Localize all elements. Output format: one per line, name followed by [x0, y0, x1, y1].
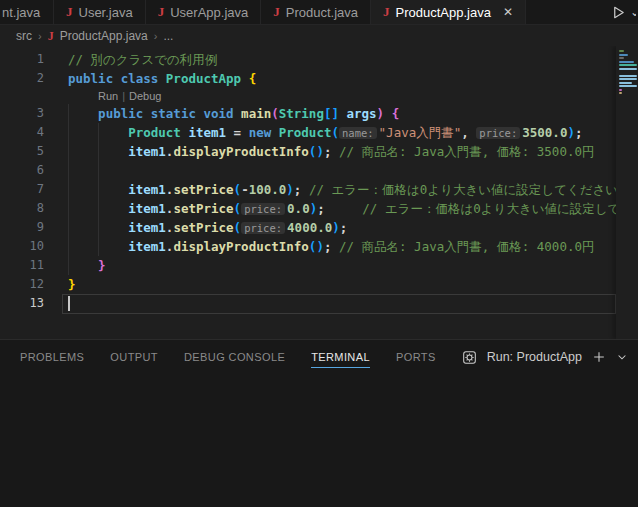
line-number: 7 — [0, 180, 44, 199]
code-token: "Java入門書" — [379, 125, 462, 140]
chevron-down-icon[interactable]: ⌄ — [630, 5, 636, 19]
codelens: Run|Debug — [98, 88, 161, 104]
code-token: 3500.0 — [522, 125, 567, 140]
code-token: // エラー：価格は0より大きい値に設定してください。 — [309, 182, 631, 197]
code-line-8: 8 item1.setPrice(price:0.0); // エラー：価格は0… — [0, 199, 638, 218]
code-editor[interactable]: 1// 別のクラスでの利用例2public class ProductApp {… — [0, 46, 638, 339]
code-token: () — [309, 144, 324, 159]
panel-tab-output[interactable]: OUTPUT — [110, 340, 158, 374]
minimap-line — [619, 57, 624, 59]
code-token — [68, 182, 128, 197]
code-token: price: — [241, 222, 285, 234]
breadcrumb-item-file[interactable]: ProductApp.java — [60, 29, 148, 43]
code-token: // 商品名: Java入門書, 価格: 4000.0円 — [339, 239, 595, 254]
active-terminal-label[interactable]: Run: ProductApp — [487, 350, 582, 364]
code-line-11: 11 } — [0, 256, 638, 275]
minimap[interactable] — [616, 46, 638, 339]
code-token: item1 — [128, 239, 166, 254]
code-token — [68, 239, 128, 254]
code-token: ( — [234, 182, 242, 197]
line-number: 8 — [0, 199, 44, 218]
line-number: 9 — [0, 218, 44, 237]
code-token: { — [392, 106, 400, 121]
tab-userapp-java[interactable]: J UserApp.java — [146, 0, 262, 24]
line-number: 4 — [0, 123, 44, 142]
code-token: name: — [339, 127, 377, 139]
codelens-row: Run|Debug — [0, 88, 638, 104]
minimap-line — [619, 75, 637, 77]
run-java-button[interactable] — [611, 5, 626, 20]
code-line-text: item1.displayProductInfo(); // 商品名: Java… — [68, 142, 594, 161]
tab-productapp-java[interactable]: J ProductApp.java ✕ — [371, 0, 526, 24]
minimap-line — [619, 54, 628, 56]
breadcrumb-item-more[interactable]: ... — [163, 29, 173, 43]
code-token — [68, 220, 128, 235]
code-line-text: public static void main(String[] args) { — [68, 104, 399, 123]
code-token — [384, 106, 392, 121]
panel-actions: Run: ProductApp — [462, 349, 638, 365]
panel-tab-terminal[interactable]: TERMINAL — [311, 340, 370, 374]
code-line-text: } — [68, 256, 106, 275]
code-token: ; — [340, 220, 348, 235]
tab-label: UserApp.java — [170, 5, 248, 20]
java-file-icon: J — [273, 4, 280, 20]
breadcrumb: src › J ProductApp.java › ... — [0, 26, 638, 46]
code-token: () — [309, 239, 324, 254]
tab-nt-java[interactable]: nt.java — [0, 0, 54, 24]
codelens-debug-link[interactable]: Debug — [129, 90, 161, 102]
code-line-2: 2public class ProductApp { — [0, 69, 638, 88]
code-token: // エラー：価格は0より大きい値に設定してください。 — [362, 201, 638, 216]
line-number: 13 — [0, 294, 44, 313]
new-terminal-plus-icon[interactable] — [592, 350, 606, 364]
panel-tab-problems[interactable]: PROBLEMS — [20, 340, 84, 374]
panel-tab-debug-console[interactable]: DEBUG CONSOLE — [184, 340, 285, 374]
tab-label: User.java — [79, 5, 133, 20]
code-token: setPrice — [173, 201, 233, 216]
line-number: 6 — [0, 161, 44, 180]
code-token — [339, 106, 347, 121]
codelens-separator: | — [122, 90, 125, 102]
terminal-profile-chevron-icon[interactable] — [616, 351, 628, 363]
code-token — [241, 71, 249, 86]
gutter-spacer — [0, 88, 44, 104]
code-token: String — [279, 106, 324, 121]
code-token: - — [241, 182, 249, 197]
code-line-text: item1.displayProductInfo(); // 商品名: Java… — [68, 237, 594, 256]
code-line-text: public class ProductApp { — [68, 69, 256, 88]
code-token: setPrice — [173, 182, 233, 197]
code-line-4: 4 Product item1 = new Product(name:"Java… — [0, 123, 638, 142]
code-line-10: 10 item1.displayProductInfo(); // 商品名: J… — [0, 237, 638, 256]
code-line-3: 3 public static void main(String[] args)… — [0, 104, 638, 123]
code-token: item1 — [128, 201, 166, 216]
chevron-right-icon: › — [154, 30, 158, 42]
minimap-line — [619, 82, 632, 84]
code-token: ; — [324, 239, 339, 254]
code-token: item1 — [128, 144, 166, 159]
text-cursor — [68, 296, 70, 311]
minimap-line — [619, 85, 637, 87]
minimap-line — [619, 92, 622, 94]
code-line-text: item1.setPrice(price:4000.0); — [68, 218, 347, 237]
close-tab-icon[interactable]: ✕ — [503, 6, 513, 18]
code-token: item1 — [128, 220, 166, 235]
panel-tab-ports[interactable]: PORTS — [396, 340, 436, 374]
bottom-panel: PROBLEMS OUTPUT DEBUG CONSOLE TERMINAL P… — [0, 339, 638, 507]
code-token: 4000.0 — [287, 220, 332, 235]
panel-tab-bar: PROBLEMS OUTPUT DEBUG CONSOLE TERMINAL P… — [0, 340, 638, 374]
code-lines: 1// 別のクラスでの利用例2public class ProductApp {… — [0, 46, 638, 313]
code-token: { — [249, 71, 257, 86]
code-token: ) — [286, 182, 294, 197]
line-number: 2 — [0, 69, 44, 88]
tab-product-java[interactable]: J Product.java — [261, 0, 371, 24]
java-file-icon: J — [383, 4, 390, 20]
code-token: ( — [234, 201, 242, 216]
code-token: displayProductInfo — [173, 144, 308, 159]
tab-user-java[interactable]: J User.java — [54, 0, 146, 24]
minimap-line — [619, 64, 637, 66]
line-number: 1 — [0, 50, 44, 69]
code-token: args — [347, 106, 377, 121]
codelens-run-link[interactable]: Run — [98, 90, 118, 102]
code-token: ; — [317, 201, 362, 216]
breadcrumb-item-src[interactable]: src — [16, 29, 32, 43]
code-token: , — [461, 125, 476, 140]
